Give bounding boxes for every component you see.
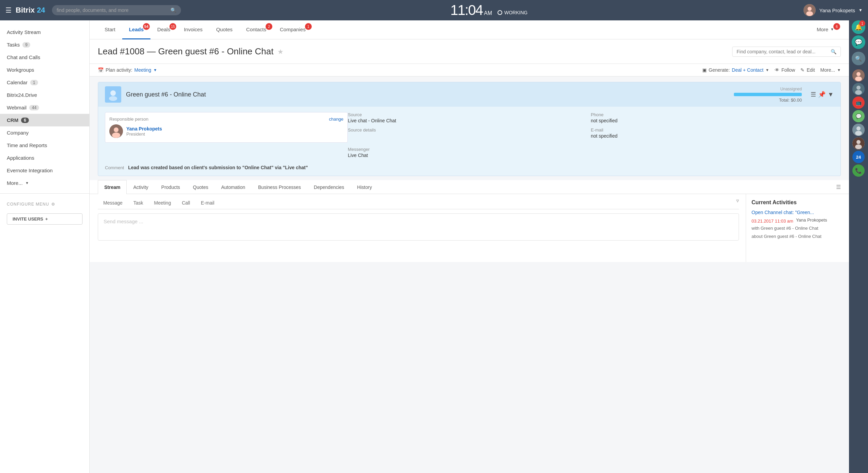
lead-card-body: Source Live chat - Online Chat Phone not… [98, 107, 840, 176]
field-source-details: Source details [348, 127, 591, 139]
msg-tab-meeting[interactable]: Meeting [149, 197, 177, 209]
expand-icon[interactable]: ▼ [828, 91, 834, 98]
tab-products[interactable]: Products [155, 180, 186, 194]
configure-menu-label: CONFIGURE MENU [7, 202, 49, 207]
avatar-user-3[interactable] [852, 124, 865, 136]
pin-icon[interactable]: 📌 [818, 91, 826, 98]
tab-history[interactable]: History [351, 180, 379, 194]
msg-tab-label: E-mail [201, 200, 215, 206]
find-box[interactable]: 🔍 [732, 47, 841, 57]
nav-leads[interactable]: Leads 54 [122, 20, 150, 39]
msg-tab-email[interactable]: E-mail [196, 197, 220, 209]
ca-title: Current Activities [752, 199, 835, 206]
responsible-label: Responsible person [109, 117, 148, 122]
configure-menu[interactable]: CONFIGURE MENU ⚙ [0, 198, 89, 211]
tab-quotes[interactable]: Quotes [186, 180, 215, 194]
green-icon[interactable]: 💬 [852, 110, 865, 122]
more-dropdown-arrow[interactable]: ▼ [837, 68, 841, 72]
nav-invoices[interactable]: Invoices [177, 20, 209, 39]
unassigned-label: Unassigned [780, 87, 802, 91]
tabs-bar: Stream Activity Products Quotes Automati… [90, 180, 849, 194]
msg-tab-call[interactable]: Call [176, 197, 195, 209]
avatar-user-1[interactable] [852, 69, 865, 82]
email-label: E-mail [591, 127, 834, 133]
nav-deals[interactable]: Deals 15 [150, 20, 177, 39]
sidebar-item-more[interactable]: More... ▼ [0, 177, 89, 189]
phone-icon[interactable]: 📞 [852, 164, 865, 177]
lead-avatar [105, 86, 121, 103]
chevron-down-icon: ▼ [25, 181, 29, 185]
meeting-link[interactable]: Meeting [134, 67, 151, 73]
sidebar-item-activity-stream[interactable]: Activity Stream [0, 26, 89, 38]
nav-badge-leads: 54 [143, 23, 150, 30]
gear-icon: ⚙ [51, 202, 55, 207]
edit-btn[interactable]: ✎ Edit [800, 67, 815, 73]
star-icon[interactable]: ★ [277, 48, 284, 56]
tab-dependencies[interactable]: Dependencies [307, 180, 351, 194]
nav-start[interactable]: Start [98, 20, 122, 39]
avatar-user-2[interactable] [852, 83, 865, 95]
edit-icon: ✎ [800, 67, 804, 73]
activity-icon[interactable]: 📺 [852, 97, 865, 109]
sidebar-item-crm[interactable]: CRM 6 [0, 114, 89, 126]
field-email: E-mail not specified [591, 127, 834, 139]
svg-point-19 [114, 127, 119, 132]
send-message-box[interactable]: Send message ... [98, 213, 739, 241]
plan-dropdown-arrow[interactable]: ▼ [153, 68, 157, 72]
tab-business-processes[interactable]: Business Processes [252, 180, 307, 194]
sidebar-item-workgroups[interactable]: Workgroups [0, 64, 89, 76]
tab-label: Business Processes [258, 185, 301, 190]
source-value: Live chat - Online Chat [348, 118, 591, 123]
user-dropdown-arrow[interactable]: ▼ [858, 8, 863, 13]
svg-point-5 [855, 76, 862, 81]
nav-label: Quotes [216, 27, 232, 32]
filter-icon[interactable]: ▿ [736, 197, 739, 209]
tab-activity[interactable]: Activity [127, 180, 155, 194]
sidebar-item-time-reports[interactable]: Time and Reports [0, 139, 89, 152]
tab-stream[interactable]: Stream [98, 180, 127, 194]
number-24-icon[interactable]: 24 [852, 151, 865, 163]
nav-label: Companies [280, 27, 306, 32]
sidebar-item-company[interactable]: Company [0, 126, 89, 139]
user-area[interactable]: Yana Prokopets ▼ [803, 4, 863, 16]
invite-users-button[interactable]: INVITE USERS + [7, 213, 83, 225]
search-sidebar-icon[interactable]: 🔍 [852, 52, 865, 65]
list-icon[interactable]: ☰ [811, 91, 816, 98]
tab-automation[interactable]: Automation [215, 180, 252, 194]
sidebar-item-chat[interactable]: Chat and Calls [0, 51, 89, 64]
sidebar-item-evernote[interactable]: Evernote Integration [0, 164, 89, 177]
search-input[interactable] [57, 7, 168, 13]
tabs-menu-icon[interactable]: ☰ [836, 184, 841, 190]
avatar-user-4[interactable] [852, 137, 865, 150]
nav-more[interactable]: More ▼ 6 [810, 20, 841, 39]
phone-label: Phone [591, 112, 834, 117]
generate-btn[interactable]: ▣ Generate: Deal + Contact ▼ [702, 67, 769, 73]
sidebar-item-webmail[interactable]: Webmail 44 [0, 101, 89, 114]
nav-contacts[interactable]: Contacts 2 [239, 20, 273, 39]
tab-label: Products [161, 185, 180, 190]
sidebar-item-tasks[interactable]: Tasks 9 [0, 38, 89, 51]
msg-tab-message[interactable]: Message [98, 197, 128, 209]
nav-companies[interactable]: Companies 1 [273, 20, 312, 39]
sidebar-item-calendar[interactable]: Calendar 1 [0, 76, 89, 89]
sidebar-item-drive[interactable]: Bitrix24.Drive [0, 89, 89, 101]
main-content: Start Leads 54 Deals 15 Invoices Quotes … [90, 20, 849, 473]
nav-quotes[interactable]: Quotes [209, 20, 239, 39]
current-activities: Current Activities Open Channel chat: "G… [746, 194, 841, 262]
find-input[interactable] [737, 49, 828, 54]
sidebar-item-applications[interactable]: Applications [0, 152, 89, 164]
follow-btn[interactable]: 👁 Follow [775, 67, 795, 73]
notifications-icon[interactable]: 🔔 1 [852, 20, 865, 34]
change-link[interactable]: change [329, 117, 344, 122]
ca-link[interactable]: Open Channel chat: "Green... [752, 210, 835, 215]
msg-tab-task[interactable]: Task [128, 197, 149, 209]
lead-header-right: Unassigned Total: $0.00 [734, 87, 802, 103]
sidebar-badge: 1 [30, 80, 38, 85]
more-btn[interactable]: More... ▼ [820, 67, 841, 73]
generate-dropdown-arrow[interactable]: ▼ [765, 68, 769, 72]
nav-label: Deals [157, 27, 170, 32]
search-bar[interactable]: 🔍 [52, 5, 181, 15]
msg-tab-label: Meeting [154, 200, 171, 206]
hamburger-menu[interactable]: ☰ [5, 6, 12, 14]
chat-icon[interactable]: 💬 [852, 35, 865, 49]
